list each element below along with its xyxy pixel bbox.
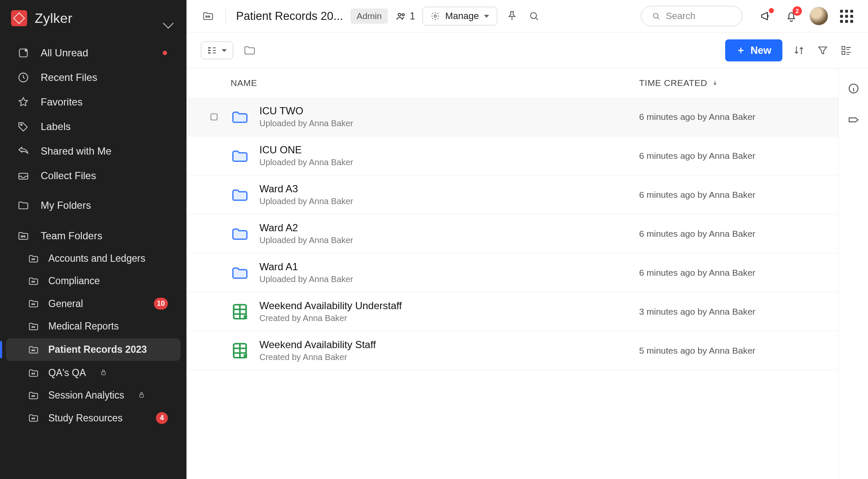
team-folder-item[interactable]: Study Resources4: [0, 407, 186, 429]
team-folder-item[interactable]: Medical Reports: [0, 315, 186, 338]
team-folder-label: QA's QA: [48, 367, 86, 379]
team-folder-icon: [28, 344, 39, 355]
folder-icon: [231, 108, 249, 126]
nav-item-label: Shared with Me: [41, 145, 111, 157]
view-mode-select[interactable]: [201, 42, 233, 59]
svg-point-15: [32, 349, 33, 351]
team-folder-icon: [28, 390, 39, 401]
svg-point-1: [25, 50, 27, 52]
gear-icon: [431, 11, 440, 21]
team-folder-item[interactable]: Accounts and Ledgers: [0, 247, 186, 270]
file-subline: Uploaded by Anna Baker: [259, 197, 629, 206]
file-name: Weekend Availability Staff: [259, 339, 629, 351]
file-time: 6 minutes ago by Anna Baker: [639, 229, 817, 239]
lock-icon: [138, 390, 145, 401]
brand-switcher[interactable]: Zylker: [0, 4, 186, 39]
team-folder-item[interactable]: General10: [0, 292, 186, 315]
svg-point-24: [33, 418, 35, 419]
filter-button[interactable]: [815, 43, 830, 58]
file-row[interactable]: Ward A3Uploaded by Anna Baker6 minutes a…: [186, 175, 838, 214]
brand-name: Zylker: [35, 11, 72, 26]
svg-point-29: [434, 15, 437, 17]
search-in-folder-button[interactable]: [527, 9, 541, 23]
layout-options-button[interactable]: [839, 43, 854, 58]
announcements-button[interactable]: [759, 9, 773, 23]
svg-rect-36: [842, 51, 845, 54]
my-folders-heading[interactable]: My Folders: [0, 190, 186, 217]
nav-item-label: Labels: [41, 121, 71, 133]
svg-point-14: [33, 326, 35, 327]
unread-dot: [163, 51, 167, 55]
user-avatar[interactable]: [810, 7, 828, 25]
file-subline: Uploaded by Anna Baker: [259, 158, 629, 167]
team-folder-item[interactable]: Compliance: [0, 270, 186, 292]
info-panel-toggle[interactable]: [846, 81, 861, 96]
file-subline: Created by Anna Baker: [259, 352, 629, 362]
file-row[interactable]: Weekend Availability StaffCreated by Ann…: [186, 331, 838, 370]
unread-icon: [17, 47, 30, 59]
column-time[interactable]: TIME CREATED: [639, 78, 817, 88]
file-row[interactable]: Ward A2Uploaded by Anna Baker6 minutes a…: [186, 214, 838, 253]
svg-rect-19: [101, 372, 105, 375]
folder-icon: [231, 186, 249, 204]
reply-icon: [17, 145, 30, 158]
sort-button[interactable]: [792, 43, 806, 58]
search-placeholder: Search: [666, 11, 696, 22]
clock-icon: [17, 71, 30, 84]
role-chip: Admin: [351, 8, 388, 24]
nav-item-unread[interactable]: All Unread: [0, 41, 186, 65]
file-row[interactable]: Ward A1Uploaded by Anna Baker6 minutes a…: [186, 253, 838, 292]
svg-point-20: [32, 395, 33, 396]
labels-panel-toggle[interactable]: [846, 113, 861, 127]
breadcrumb-title[interactable]: Patient Records 20...: [236, 10, 343, 23]
nav-item-reply[interactable]: Shared with Me: [0, 139, 186, 163]
global-search[interactable]: Search: [641, 6, 743, 26]
svg-point-9: [32, 281, 33, 282]
team-folder-label: Patient Records 2023: [48, 344, 147, 355]
team-folders-list: Accounts and LedgersComplianceGeneral10M…: [0, 247, 186, 429]
folder-icon: [231, 147, 249, 165]
team-folder-crumb-icon[interactable]: [201, 9, 215, 23]
count-badge: 10: [154, 298, 168, 310]
team-folder-item[interactable]: Patient Records 2023: [6, 338, 181, 361]
search-icon: [651, 11, 661, 21]
manage-button[interactable]: Manage: [423, 7, 497, 25]
notifications-button[interactable]: 2: [784, 9, 798, 23]
file-name: ICU ONE: [259, 144, 629, 156]
nav-item-inbox[interactable]: Collect Files: [0, 163, 186, 188]
team-folder-label: Study Resources: [48, 413, 122, 424]
team-folder-label: Accounts and Ledgers: [48, 253, 145, 264]
nav-item-star[interactable]: Favorites: [0, 90, 186, 114]
team-folder-icon: [28, 368, 39, 379]
member-count[interactable]: 1: [395, 11, 415, 22]
team-folder-item[interactable]: Session Analytics: [0, 384, 186, 407]
svg-rect-37: [211, 114, 217, 120]
chevron-down-icon: [163, 18, 173, 28]
file-row[interactable]: Weekend Availability UnderstaffCreated b…: [186, 292, 838, 331]
folder-icon: [17, 199, 30, 212]
manage-label: Manage: [445, 11, 479, 22]
team-folders-heading[interactable]: Team Folders: [0, 217, 186, 247]
column-name[interactable]: NAME: [231, 78, 639, 88]
file-name: Ward A2: [259, 222, 629, 234]
svg-point-31: [654, 14, 658, 18]
row-checkbox[interactable]: [208, 112, 220, 122]
tree-view-icon: [207, 45, 217, 55]
team-folder-item[interactable]: QA's QA: [0, 362, 186, 384]
apps-launcher[interactable]: [839, 9, 854, 23]
arrow-down-icon: [712, 80, 718, 86]
file-row[interactable]: ICU ONEUploaded by Anna Baker6 minutes a…: [186, 136, 838, 175]
svg-point-28: [402, 14, 404, 16]
new-button[interactable]: New: [725, 39, 782, 61]
lock-icon: [100, 367, 107, 379]
file-list: NAME TIME CREATED ICU TWOUploaded by Ann…: [186, 69, 838, 479]
file-name: Ward A3: [259, 183, 629, 195]
svg-point-12: [33, 304, 35, 305]
pin-button[interactable]: [505, 9, 519, 23]
list-header: NAME TIME CREATED: [186, 69, 838, 97]
svg-point-6: [24, 235, 25, 237]
go-up-folder[interactable]: [242, 43, 257, 58]
file-row[interactable]: ICU TWOUploaded by Anna Baker6 minutes a…: [186, 97, 838, 136]
nav-item-tag[interactable]: Labels: [0, 114, 186, 139]
nav-item-clock[interactable]: Recent Files: [0, 65, 186, 90]
